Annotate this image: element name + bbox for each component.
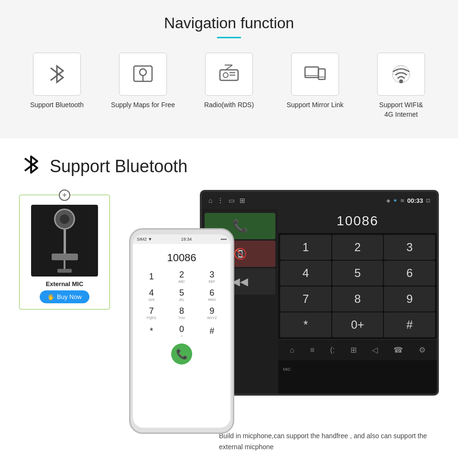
nav-label-wifi: Support WIFI&4G Internet: [379, 100, 423, 119]
nav-item-radio: Radio(with RDS): [191, 53, 267, 110]
nav-item-bluetooth: Support Bluetooth: [19, 53, 95, 110]
mirror-icon: [302, 61, 328, 87]
bt-large-icon: [19, 153, 43, 180]
svg-point-4: [223, 73, 228, 77]
bt-header: Support Bluetooth: [19, 153, 439, 180]
nav-label-maps: Supply Maps for Free: [111, 100, 175, 110]
nav-label-mirror: Support Mirror Link: [286, 100, 343, 110]
phone-call-button[interactable]: 📞: [171, 343, 192, 365]
car-top-left: ⌂ ⋮ ▭ ⊞: [208, 197, 245, 204]
car-bottom-home[interactable]: ⌂: [290, 346, 294, 354]
car-bottom-apps[interactable]: ⊞: [350, 345, 357, 354]
nav-label-bluetooth: Support Bluetooth: [30, 100, 84, 110]
phone-screen: SIM2 ▼ 19:34 ▪▪▪▪ 10086 1 2ABC 3DEF 4GHI…: [133, 234, 230, 428]
svg-line-7: [226, 65, 232, 70]
phone-key-hash[interactable]: #: [197, 322, 227, 340]
car-key-hash[interactable]: #: [384, 312, 435, 337]
car-key-2[interactable]: 2: [332, 235, 383, 260]
car-keypad: 1 2 3 4 5 6 7 8 9 * 0+ #: [278, 233, 437, 339]
phone-key-1[interactable]: 1: [137, 268, 166, 285]
car-dial-right: 10086 1 2 3 4 5 6 7 8 9 * 0+: [278, 209, 437, 394]
nav-icons-row: Support Bluetooth Supply Maps for Free: [10, 53, 448, 119]
car-expand-icon: ⊡: [426, 198, 430, 204]
car-top-bar: ⌂ ⋮ ▭ ⊞ ◈ ✶ ≋ 00:33 ⊡: [202, 192, 437, 209]
car-bt-icon: ✶: [393, 198, 397, 204]
phone-key-star[interactable]: *: [137, 322, 166, 340]
bt-description: Build in micphone,can support the handfr…: [219, 431, 439, 454]
maps-icon: [130, 61, 156, 87]
car-bottom-media[interactable]: ◁: [372, 345, 378, 354]
nav-underline: [217, 37, 241, 38]
nav-title: Navigation function: [10, 14, 448, 32]
nav-item-wifi: Support WIFI&4G Internet: [363, 53, 439, 119]
bt-section: Support Bluetooth + External MIC Buy Now: [0, 138, 458, 472]
mic-plus-icon: +: [59, 189, 70, 201]
car-media-icon: ▭: [229, 197, 235, 204]
phone-key-6[interactable]: 6MNO: [197, 286, 227, 303]
car-mic-label: MIC: [283, 367, 291, 372]
car-clock: 00:33: [407, 197, 423, 204]
bt-section-title: Support Bluetooth: [50, 156, 187, 177]
car-key-star[interactable]: *: [280, 312, 331, 337]
phone-key-2[interactable]: 2ABC: [167, 268, 196, 285]
nav-icon-box-radio: [205, 53, 253, 96]
mic-card: + External MIC Buy Now: [19, 195, 110, 310]
car-key-7[interactable]: 7: [280, 287, 331, 311]
nav-label-radio: Radio(with RDS): [204, 100, 254, 110]
car-status-area: ◈ ✶ ≋ 00:33 ⊡: [386, 197, 430, 204]
car-bottom-bar: ⌂ ≡ (: ⊞ ◁ ☎ ⚙: [278, 339, 437, 360]
car-menu-icon: ⋮: [217, 197, 224, 204]
nav-icon-box-mirror: [291, 53, 339, 96]
mic-image: [31, 205, 98, 277]
nav-icon-box-wifi: [377, 53, 425, 96]
nav-section: Navigation function Support Bluetooth Su…: [0, 0, 458, 138]
car-apps-icon: ⊞: [240, 197, 245, 204]
phone-key-8[interactable]: 8TUV: [167, 304, 196, 321]
car-bottom-menu[interactable]: ≡: [310, 346, 315, 354]
car-key-6[interactable]: 6: [384, 261, 435, 286]
car-key-4[interactable]: 4: [280, 261, 331, 286]
phone-silhouette: SIM2 ▼ 19:34 ▪▪▪▪ 10086 1 2ABC 3DEF 4GHI…: [129, 228, 234, 434]
bluetooth-icon: [44, 61, 70, 87]
svg-rect-3: [220, 70, 238, 80]
nav-item-mirror: Support Mirror Link: [277, 53, 353, 110]
car-dialer-area: 📞 📵 ◀◀ 10086 1 2 3 4 5 6 7: [202, 209, 437, 394]
car-nav-icon: ◈: [386, 198, 390, 204]
car-key-5[interactable]: 5: [332, 261, 383, 286]
phone-status-bar: SIM2 ▼ 19:34 ▪▪▪▪: [133, 234, 230, 244]
car-wifi-icon: ≋: [400, 198, 404, 204]
bt-description-area: Build in micphone,can support the handfr…: [219, 431, 439, 454]
phone-device-area: SIM2 ▼ 19:34 ▪▪▪▪ 10086 1 2ABC 3DEF 4GHI…: [110, 190, 439, 453]
phone-number-display: 10086: [135, 247, 229, 268]
car-key-0[interactable]: 0+: [332, 312, 383, 337]
buy-now-button[interactable]: Buy Now: [40, 290, 89, 303]
mic-graphic: [52, 209, 78, 273]
car-bottom-phone[interactable]: ☎: [393, 345, 403, 354]
bt-content-area: + External MIC Buy Now: [19, 190, 439, 453]
phone-keypad: 1 2ABC 3DEF 4GHI 5JKL 6MNO 7PQRS 8TUV 9W…: [135, 268, 229, 340]
phone-key-3[interactable]: 3DEF: [197, 268, 227, 285]
phone-key-7[interactable]: 7PQRS: [137, 304, 166, 321]
car-bottom-back[interactable]: (:: [330, 346, 335, 354]
car-key-8[interactable]: 8: [332, 287, 383, 311]
phone-dialer: 10086 1 2ABC 3DEF 4GHI 5JKL 6MNO 7PQRS 8…: [133, 244, 230, 428]
car-bottom-settings[interactable]: ⚙: [419, 345, 425, 354]
car-number-display: 10086: [278, 209, 437, 233]
car-key-9[interactable]: 9: [384, 287, 435, 311]
svg-point-1: [140, 69, 146, 76]
nav-icon-box-maps: [119, 53, 167, 96]
car-key-1[interactable]: 1: [280, 235, 331, 260]
car-home-icon: ⌂: [208, 197, 212, 204]
phone-key-4[interactable]: 4GHI: [137, 286, 166, 303]
wifi-icon: [388, 61, 414, 87]
phone-key-5[interactable]: 5JKL: [167, 286, 196, 303]
car-key-3[interactable]: 3: [384, 235, 435, 260]
car-unit: ⌂ ⋮ ▭ ⊞ ◈ ✶ ≋ 00:33 ⊡ 📞: [200, 190, 439, 396]
radio-icon: [216, 61, 242, 87]
nav-item-maps: Supply Maps for Free: [105, 53, 181, 110]
phone-key-0[interactable]: 0+: [167, 322, 196, 340]
phone-key-9[interactable]: 9WXYZ: [197, 304, 227, 321]
nav-icon-box-bluetooth: [33, 53, 81, 96]
svg-rect-10: [318, 69, 325, 79]
mic-label: External MIC: [46, 280, 84, 288]
